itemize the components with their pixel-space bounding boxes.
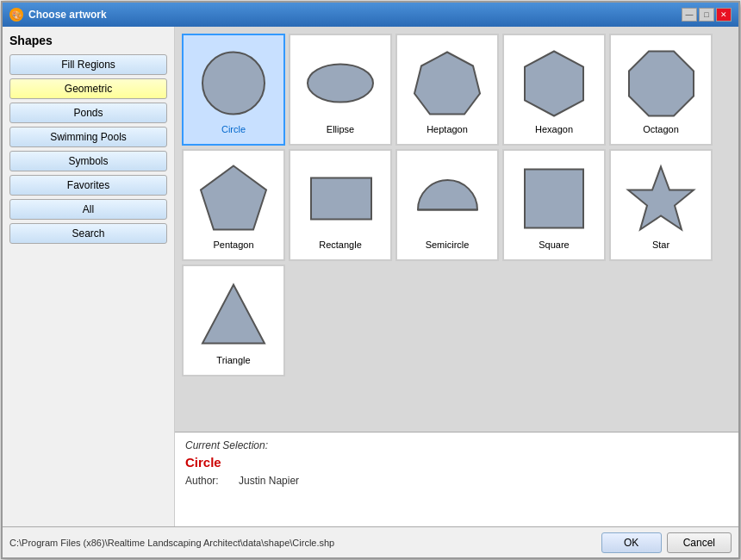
svg-marker-3 — [525, 52, 583, 116]
minimize-button[interactable]: — — [682, 8, 697, 22]
svg-point-1 — [308, 65, 373, 103]
main-window: 🎨 Choose artwork — □ ✕ Shapes Fill Regio… — [1, 1, 740, 559]
hexagon-icon — [518, 45, 591, 122]
shape-item-pentagon[interactable]: Pentagon — [182, 149, 285, 261]
ellipse-label: Ellipse — [327, 124, 354, 134]
author-line: Author: Justin Napier — [185, 475, 728, 487]
shape-item-star[interactable]: Star — [609, 149, 713, 261]
circle-icon — [197, 45, 271, 122]
star-label: Star — [652, 240, 669, 250]
hexagon-label: Hexagon — [535, 124, 573, 134]
shape-item-ellipse[interactable]: Ellipse — [289, 34, 392, 146]
rectangle-label: Rectangle — [319, 240, 362, 250]
svg-marker-9 — [628, 167, 694, 230]
svg-rect-8 — [525, 170, 583, 228]
title-bar: 🎨 Choose artwork — □ ✕ — [3, 3, 738, 27]
shapes-grid-container[interactable]: Circle Ellipse Heptagon — [175, 27, 738, 432]
svg-rect-6 — [311, 178, 371, 220]
square-label: Square — [539, 240, 569, 250]
shape-item-square[interactable]: Square — [502, 149, 606, 261]
semicircle-label: Semicircle — [426, 240, 470, 250]
info-panel: Current Selection: Circle Author: Justin… — [175, 432, 738, 526]
shape-item-rectangle[interactable]: Rectangle — [289, 149, 392, 261]
ok-button[interactable]: OK — [601, 532, 662, 553]
bottom-buttons: OK Cancel — [601, 532, 732, 553]
current-selection-label: Current Selection: — [185, 439, 728, 451]
ellipse-icon — [304, 45, 377, 122]
svg-marker-2 — [414, 53, 480, 115]
pentagon-icon — [197, 160, 271, 238]
sidebar-btn-all[interactable]: All — [9, 199, 167, 220]
rectangle-icon — [304, 160, 377, 238]
shape-item-heptagon[interactable]: Heptagon — [395, 34, 499, 146]
sidebar-btn-fill-regions[interactable]: Fill Regions — [9, 54, 167, 75]
sidebar: Shapes Fill Regions Geometric Ponds Swim… — [3, 27, 175, 526]
pentagon-label: Pentagon — [213, 240, 253, 250]
octagon-label: Octagon — [643, 124, 679, 134]
heptagon-label: Heptagon — [427, 124, 468, 134]
heptagon-icon — [411, 45, 484, 122]
shape-item-triangle[interactable]: Triangle — [182, 264, 285, 376]
shape-item-semicircle[interactable]: Semicircle — [395, 149, 499, 261]
svg-marker-4 — [629, 52, 694, 116]
semicircle-icon — [411, 160, 484, 238]
svg-point-0 — [202, 53, 265, 115]
file-path: C:\Program Files (x86)\Realtime Landscap… — [9, 538, 334, 548]
window-title: Choose artwork — [28, 9, 107, 21]
shapes-grid: Circle Ellipse Heptagon — [178, 30, 735, 380]
sidebar-btn-search[interactable]: Search — [9, 223, 167, 244]
shape-item-octagon[interactable]: Octagon — [609, 34, 713, 146]
square-icon — [518, 160, 591, 238]
triangle-icon — [197, 276, 271, 353]
svg-marker-5 — [201, 166, 266, 230]
bottom-bar: C:\Program Files (x86)\Realtime Landscap… — [3, 526, 738, 557]
sidebar-btn-symbols[interactable]: Symbols — [9, 151, 167, 171]
title-buttons: — □ ✕ — [682, 8, 732, 22]
close-button[interactable]: ✕ — [716, 8, 732, 22]
cancel-button[interactable]: Cancel — [667, 532, 732, 553]
star-icon — [625, 160, 698, 238]
author-name: Justin Napier — [239, 475, 299, 487]
shape-item-circle[interactable]: Circle — [182, 34, 285, 146]
triangle-label: Triangle — [216, 355, 250, 365]
main-panel: Circle Ellipse Heptagon — [175, 27, 738, 526]
maximize-button[interactable]: □ — [699, 8, 714, 22]
sidebar-btn-geometric[interactable]: Geometric — [9, 78, 167, 99]
sidebar-title: Shapes — [9, 34, 167, 47]
svg-marker-10 — [202, 285, 265, 344]
circle-label: Circle — [221, 124, 246, 134]
sidebar-btn-swimming-pools[interactable]: Swimming Pools — [9, 127, 167, 147]
sidebar-btn-ponds[interactable]: Ponds — [9, 103, 167, 123]
window-icon: 🎨 — [9, 8, 23, 22]
sidebar-btn-favorites[interactable]: Favorites — [9, 175, 167, 196]
shape-item-hexagon[interactable]: Hexagon — [502, 34, 606, 146]
title-bar-left: 🎨 Choose artwork — [9, 8, 107, 22]
selected-shape-name: Circle — [185, 455, 728, 470]
octagon-icon — [625, 45, 698, 122]
content-area: Shapes Fill Regions Geometric Ponds Swim… — [3, 27, 738, 526]
author-label: Author: — [185, 475, 219, 487]
